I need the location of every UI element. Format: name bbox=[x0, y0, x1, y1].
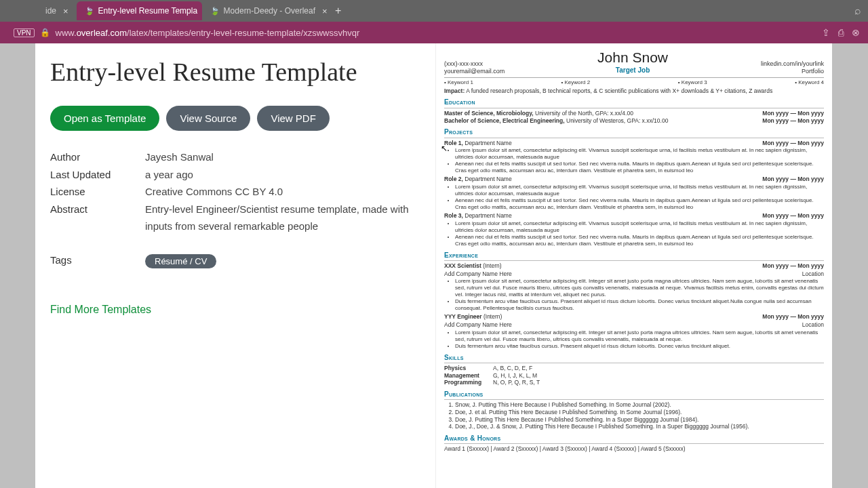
updated-label: Last Updated bbox=[50, 166, 145, 184]
email: youremail@email.com bbox=[444, 68, 505, 75]
pub-item: Doe, J. Putting This Here Because I Publ… bbox=[455, 416, 824, 424]
screenshot-icon[interactable]: ⎙ bbox=[838, 27, 844, 38]
section-publications: Publications bbox=[444, 390, 824, 401]
url-text: www.overleaf.com/latex/templates/entry-l… bbox=[56, 28, 814, 38]
section-skills: Skills bbox=[444, 354, 824, 364]
divider bbox=[444, 77, 824, 78]
impact-line: Impact: A funded research proposals, B t… bbox=[444, 87, 824, 95]
lock-icon: 🔒 bbox=[40, 28, 50, 37]
resume-name: John Snow bbox=[597, 49, 668, 66]
section-experience: Experience bbox=[444, 251, 824, 262]
pub-item: Doe, J. et al. Putting This Here Because… bbox=[455, 409, 824, 416]
awards-line: Award 1 (Sxxxxx) | Award 2 (Sxxxxx) | Aw… bbox=[444, 445, 824, 453]
template-info-panel: Entry-level Resume Template Open as Temp… bbox=[35, 43, 435, 488]
view-source-button[interactable]: View Source bbox=[166, 106, 250, 131]
browser-tabstrip: ide × 🍃 Entry-level Resume Templa × 🍃 Mo… bbox=[0, 0, 868, 22]
section-education: Education bbox=[444, 98, 824, 108]
tag-resume-cv[interactable]: Résumé / CV bbox=[145, 254, 216, 268]
pub-item: Snow, J. Putting This Here Because I Pub… bbox=[455, 401, 824, 409]
abstract-value: Entry-level Engineer/Scientist resume te… bbox=[145, 201, 423, 235]
close-icon[interactable]: × bbox=[322, 6, 328, 16]
portfolio: Portfolio bbox=[761, 68, 824, 75]
new-tab-button[interactable]: + bbox=[330, 3, 347, 19]
tags-label: Tags bbox=[50, 254, 145, 268]
view-pdf-button[interactable]: View PDF bbox=[257, 106, 329, 131]
keywords-row: Keyword 1Keyword 2Keyword 3Keyword 4 bbox=[444, 79, 824, 86]
browser-tab-2[interactable]: 🍃 Entry-level Resume Templa × bbox=[77, 1, 202, 20]
pub-item: Doe, J., Doe, J. & Snow, J. Putting This… bbox=[455, 423, 824, 430]
open-as-template-button[interactable]: Open as Template bbox=[50, 106, 159, 131]
author-value: Jayesh Sanwal bbox=[145, 148, 423, 166]
tab-label: Entry-level Resume Templa bbox=[98, 6, 198, 16]
find-more-templates-link[interactable]: Find More Templates bbox=[50, 304, 151, 316]
section-projects: Projects bbox=[444, 128, 824, 138]
search-icon[interactable]: ⌕ bbox=[854, 5, 861, 17]
updated-value: a year ago bbox=[145, 166, 423, 184]
page-content: Entry-level Resume Template Open as Temp… bbox=[0, 43, 868, 488]
tab-label: ide bbox=[45, 6, 56, 16]
abstract-label: Abstract bbox=[50, 201, 145, 235]
phone: (xxx)-xxx-xxxx bbox=[444, 60, 505, 68]
overleaf-icon: 🍃 bbox=[85, 6, 94, 16]
target-job: Target Job bbox=[597, 66, 668, 75]
url-bar[interactable]: VPN 🔒 www.overleaf.com/latex/templates/e… bbox=[0, 22, 868, 43]
addon-icon[interactable]: ⊗ bbox=[852, 27, 860, 38]
tab-label: Modern-Deedy - Overleaf bbox=[224, 6, 315, 16]
author-label: Author bbox=[50, 148, 145, 166]
page-title: Entry-level Resume Template bbox=[50, 57, 423, 87]
pdf-preview[interactable]: (xxx)-xxx-xxxx youremail@email.com John … bbox=[435, 43, 832, 488]
browser-tab-3[interactable]: 🍃 Modern-Deedy - Overleaf × bbox=[202, 1, 328, 20]
license-label: License bbox=[50, 183, 145, 201]
linkedin: linkedin.com/in/yourlink bbox=[761, 60, 824, 68]
browser-tab-1[interactable]: ide × bbox=[37, 1, 77, 20]
close-icon[interactable]: × bbox=[63, 6, 68, 16]
share-icon[interactable]: ⇪ bbox=[822, 27, 830, 38]
vpn-badge: VPN bbox=[14, 28, 35, 37]
section-awards: Awards & Honors bbox=[444, 434, 824, 445]
overleaf-icon: 🍃 bbox=[210, 6, 220, 16]
license-value: Creative Commons CC BY 4.0 bbox=[145, 183, 423, 201]
